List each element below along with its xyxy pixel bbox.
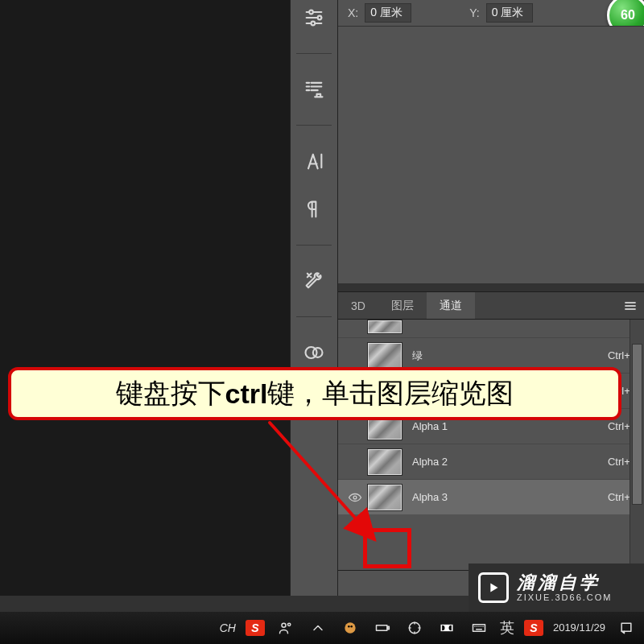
sound-icon[interactable] [403,617,426,639]
creative-cloud-icon[interactable] [301,340,327,365]
taskbar: CH S 英 S 2019/11/29 [0,612,644,644]
annotation-text-before: 键盘按下 [116,375,225,412]
annotation-text-bold: ctrl [225,378,268,410]
x-value-field[interactable]: 0 厘米 [365,3,411,23]
separator [296,316,332,317]
svg-rect-22 [621,623,631,631]
y-value-field[interactable]: 0 厘米 [486,3,533,23]
channel-row[interactable]: Alpha 3 Ctrl+9 [338,479,644,514]
scrollbar[interactable] [630,320,644,570]
list-stamp-icon[interactable] [301,76,327,102]
clock-date[interactable]: 2019/11/29 [553,622,605,634]
visibility-toggle[interactable] [343,480,367,514]
channel-name: Alpha 2 [412,456,608,468]
sliders-icon[interactable] [301,5,327,31]
panel-tabs: 3D 图层 通道 [338,292,644,320]
separator [296,53,332,54]
svg-point-16 [350,625,353,628]
keyboard-icon[interactable] [468,617,490,639]
coordinates-bar: X: 0 厘米 Y: 0 厘米 [338,0,644,26]
y-label: Y: [469,6,479,19]
svg-rect-17 [376,625,386,631]
tab-layers[interactable]: 图层 [378,292,427,319]
svg-point-1 [318,16,322,20]
dolby-icon[interactable] [436,617,458,639]
annotation-text-after: 键，单击图层缩览图 [267,375,514,412]
battery-icon[interactable] [371,617,394,639]
svg-point-2 [312,22,316,26]
channel-list: 绿 Ctrl+4 蓝 拷贝 Ctrl+6 Alpha 1 Ctrl+7 Alph… [338,320,644,570]
svg-marker-11 [490,584,497,592]
svg-rect-21 [473,625,485,631]
ime-lang2[interactable]: 英 [500,618,514,638]
channel-name: Alpha 3 [412,491,608,503]
channel-row[interactable] [338,320,644,337]
ime-lang[interactable]: CH [220,621,236,634]
svg-point-14 [345,622,355,633]
channel-thumbnail[interactable] [367,484,402,511]
canvas-area[interactable] [0,0,290,596]
sogou-icon[interactable]: S [524,620,543,636]
app-icon[interactable] [339,617,361,639]
tools-toolbar [290,0,338,596]
channels-panel: 3D 图层 通道 绿 Ctrl+4 蓝 拷贝 Ctrl+6 [338,291,644,596]
channel-thumbnail[interactable] [367,448,402,476]
notifications-icon[interactable] [615,617,638,639]
wrench-brush-icon[interactable] [301,268,327,294]
svg-point-0 [309,10,313,14]
channel-thumbnail[interactable] [367,342,402,369]
tab-channels[interactable]: 通道 [427,292,475,319]
visibility-toggle[interactable] [343,320,367,337]
people-icon[interactable] [275,617,297,639]
watermark-sub: ZIXUE.3D66.COM [517,592,612,602]
svg-point-13 [287,623,290,625]
svg-point-5 [353,496,357,499]
svg-point-4 [313,348,323,357]
date-text: 2019/11/29 [553,622,605,634]
channel-thumbnail[interactable] [367,320,402,334]
svg-point-12 [282,623,286,627]
watermark: 溜溜自学 ZIXUE.3D66.COM [469,564,644,612]
sogou-icon[interactable]: S [246,620,265,636]
svg-point-15 [348,625,350,628]
properties-panel [338,26,644,283]
separator [296,125,332,126]
channel-name: 绿 [412,349,608,363]
pilcrow-icon[interactable] [301,196,327,222]
chevron-up-icon[interactable] [307,617,329,639]
channel-row[interactable]: Alpha 2 Ctrl+8 [338,444,644,479]
watermark-title: 溜溜自学 [517,573,612,592]
x-label: X: [348,6,358,19]
separator [296,245,332,246]
visibility-toggle[interactable] [343,444,367,479]
svg-rect-18 [388,626,390,629]
play-icon [478,572,509,603]
text-vertical-icon[interactable] [301,148,327,174]
tab-3d[interactable]: 3D [338,292,378,319]
panel-menu-icon[interactable] [623,299,638,316]
channel-name: Alpha 1 [412,420,608,432]
annotation-callout: 键盘按下 ctrl 键，单击图层缩览图 [8,367,621,420]
scrollbar-thumb[interactable] [632,344,642,505]
